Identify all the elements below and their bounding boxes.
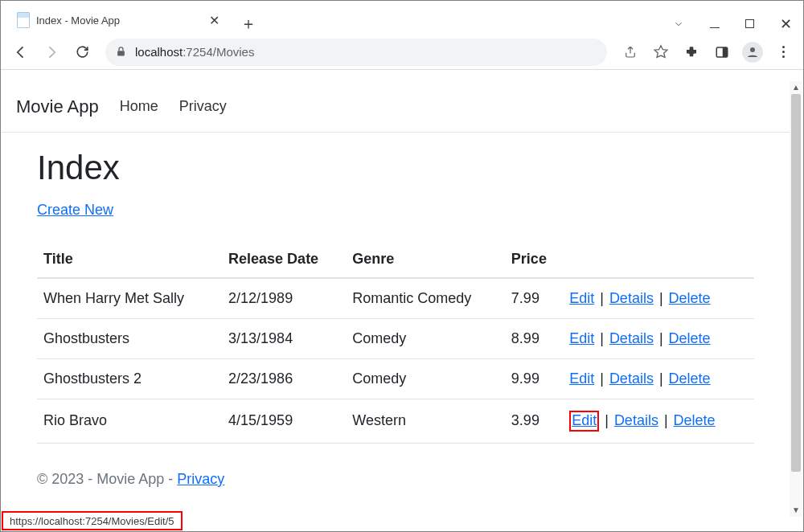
edit-link[interactable]: Edit [569,370,594,387]
cell-price: 7.99 [505,278,563,319]
delete-link[interactable]: Delete [669,290,711,306]
forward-button[interactable] [38,39,65,66]
col-title: Title [37,243,222,278]
cell-actions: Edit | Details | Delete [563,359,754,399]
col-price: Price [505,243,563,278]
cell-release-date: 2/12/1989 [222,278,346,319]
cell-title: Ghostbusters 2 [37,359,222,399]
cell-title: Rio Bravo [37,399,222,444]
cell-actions: Edit | Details | Delete [563,278,754,319]
profile-button[interactable] [739,39,766,66]
edit-link[interactable]: Edit [569,290,594,306]
details-link[interactable]: Details [609,370,654,387]
share-button[interactable] [617,39,644,66]
col-genre: Genre [346,243,505,278]
menu-button[interactable] [769,39,797,66]
cell-actions: Edit | Details | Delete [563,399,754,444]
cell-genre: Romantic Comedy [346,278,505,319]
cell-release-date: 3/13/1984 [222,319,346,359]
tab-search-chevron-icon[interactable] [673,18,684,30]
cell-title: Ghostbusters [37,319,222,359]
footer-text: © 2023 - Movie App - [37,471,177,487]
page-viewport: Movie App Home Privacy Index Create New … [2,81,790,530]
address-text: localhost:7254/Movies [135,45,254,59]
scroll-up-icon[interactable]: ▲ [790,81,802,94]
nav-home-link[interactable]: Home [120,98,158,115]
tab-title: Index - Movie App [36,14,206,27]
browser-tab[interactable]: Index - Movie App ✕ [7,6,232,35]
cell-genre: Western [346,399,505,444]
avatar-icon [742,42,763,63]
browser-toolbar: localhost:7254/Movies [1,35,803,70]
delete-link[interactable]: Delete [674,412,716,428]
extensions-button[interactable] [678,39,705,66]
cell-actions: Edit | Details | Delete [563,319,754,359]
brand-link[interactable]: Movie App [16,96,99,117]
back-button[interactable] [7,39,35,66]
footer-privacy-link[interactable]: Privacy [177,471,224,487]
table-row: Ghostbusters 3/13/1984 Comedy 8.99 Edit … [37,319,754,359]
tab-close-button[interactable]: ✕ [206,11,223,30]
page-favicon-icon [17,12,30,28]
address-bar[interactable]: localhost:7254/Movies [105,39,607,66]
reload-button[interactable] [68,39,96,66]
lock-icon [115,46,127,58]
status-bar: https://localhost:7254/Movies/Edit/5 [2,511,183,530]
table-row: Ghostbusters 2 2/23/1986 Comedy 9.99 Edi… [37,359,754,399]
bookmark-button[interactable] [647,39,675,66]
edit-link[interactable]: Edit [569,330,594,346]
delete-link[interactable]: Delete [669,370,711,387]
cell-price: 8.99 [505,319,563,359]
col-release-date: Release Date [222,243,346,278]
kebab-icon [782,46,785,58]
page-heading: Index [37,149,754,187]
window-close-button[interactable]: ✕ [780,19,792,29]
cell-price: 3.99 [505,399,563,444]
details-link[interactable]: Details [609,330,654,346]
delete-link[interactable]: Delete [669,330,711,346]
cell-title: When Harry Met Sally [37,278,222,319]
cell-release-date: 2/23/1986 [222,359,346,399]
new-tab-button[interactable]: ＋ [237,12,260,35]
details-link[interactable]: Details [609,290,654,306]
svg-rect-0 [117,51,125,55]
create-new-link[interactable]: Create New [37,202,113,218]
table-row: Rio Bravo 4/15/1959 Western 3.99 Edit | … [37,399,754,444]
scroll-thumb[interactable] [791,94,801,472]
cell-price: 9.99 [505,359,563,399]
cell-genre: Comedy [346,319,505,359]
svg-rect-2 [723,47,728,57]
page-footer: © 2023 - Movie App - Privacy [2,444,790,494]
cell-genre: Comedy [346,359,505,399]
svg-point-3 [750,47,755,52]
movies-table: Title Release Date Genre Price When Harr… [37,243,754,444]
col-actions [563,243,754,278]
status-url: https://localhost:7254/Movies/Edit/5 [10,515,174,527]
site-navbar: Movie App Home Privacy [2,81,790,133]
window-maximize-button[interactable] [745,17,754,31]
table-row: When Harry Met Sally 2/12/1989 Romantic … [37,278,754,319]
vertical-scrollbar[interactable]: ▲ ▼ [790,81,802,517]
nav-privacy-link[interactable]: Privacy [179,98,227,115]
side-panel-button[interactable] [708,39,736,66]
cell-release-date: 4/15/1959 [222,399,346,444]
window-minimize-button[interactable] [710,17,720,31]
details-link[interactable]: Details [614,412,658,428]
scroll-down-icon[interactable]: ▼ [790,504,802,517]
edit-link[interactable]: Edit [572,412,597,428]
